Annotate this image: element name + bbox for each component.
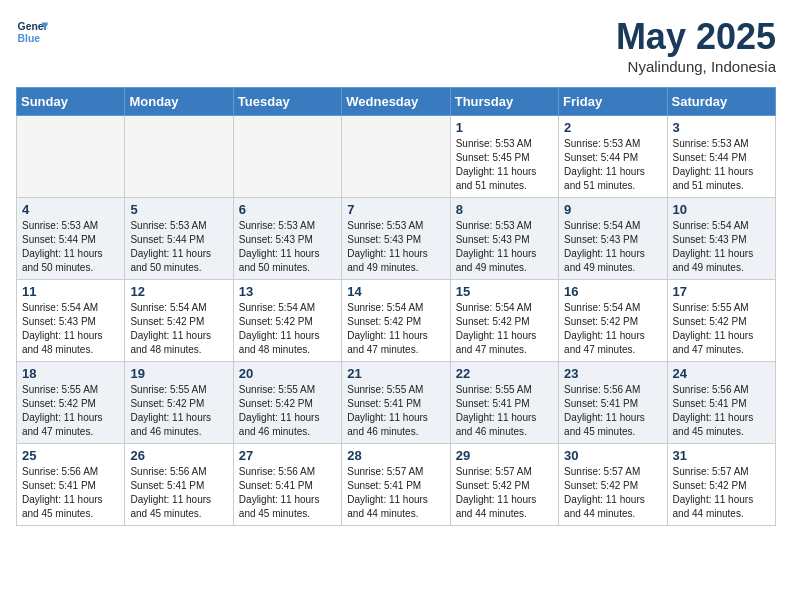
day-info: Sunrise: 5:53 AM Sunset: 5:45 PM Dayligh… (456, 137, 553, 193)
day-number: 15 (456, 284, 553, 299)
day-info: Sunrise: 5:57 AM Sunset: 5:42 PM Dayligh… (673, 465, 770, 521)
day-info: Sunrise: 5:55 AM Sunset: 5:42 PM Dayligh… (239, 383, 336, 439)
day-info: Sunrise: 5:53 AM Sunset: 5:44 PM Dayligh… (22, 219, 119, 275)
calendar-cell: 22Sunrise: 5:55 AM Sunset: 5:41 PM Dayli… (450, 362, 558, 444)
day-info: Sunrise: 5:53 AM Sunset: 5:43 PM Dayligh… (456, 219, 553, 275)
page-header: General Blue May 2025 Nyalindung, Indone… (16, 16, 776, 75)
calendar-cell: 12Sunrise: 5:54 AM Sunset: 5:42 PM Dayli… (125, 280, 233, 362)
day-info: Sunrise: 5:55 AM Sunset: 5:41 PM Dayligh… (347, 383, 444, 439)
day-info: Sunrise: 5:56 AM Sunset: 5:41 PM Dayligh… (564, 383, 661, 439)
calendar-week-1: 1Sunrise: 5:53 AM Sunset: 5:45 PM Daylig… (17, 116, 776, 198)
day-number: 31 (673, 448, 770, 463)
day-number: 13 (239, 284, 336, 299)
calendar-cell: 27Sunrise: 5:56 AM Sunset: 5:41 PM Dayli… (233, 444, 341, 526)
calendar-cell: 17Sunrise: 5:55 AM Sunset: 5:42 PM Dayli… (667, 280, 775, 362)
day-info: Sunrise: 5:55 AM Sunset: 5:42 PM Dayligh… (130, 383, 227, 439)
calendar-week-4: 18Sunrise: 5:55 AM Sunset: 5:42 PM Dayli… (17, 362, 776, 444)
day-number: 29 (456, 448, 553, 463)
weekday-header-saturday: Saturday (667, 88, 775, 116)
day-number: 12 (130, 284, 227, 299)
day-number: 27 (239, 448, 336, 463)
day-number: 28 (347, 448, 444, 463)
day-number: 14 (347, 284, 444, 299)
calendar-cell: 6Sunrise: 5:53 AM Sunset: 5:43 PM Daylig… (233, 198, 341, 280)
calendar-cell: 15Sunrise: 5:54 AM Sunset: 5:42 PM Dayli… (450, 280, 558, 362)
day-number: 23 (564, 366, 661, 381)
calendar-cell: 7Sunrise: 5:53 AM Sunset: 5:43 PM Daylig… (342, 198, 450, 280)
day-number: 21 (347, 366, 444, 381)
day-number: 11 (22, 284, 119, 299)
calendar-cell: 5Sunrise: 5:53 AM Sunset: 5:44 PM Daylig… (125, 198, 233, 280)
calendar-cell: 20Sunrise: 5:55 AM Sunset: 5:42 PM Dayli… (233, 362, 341, 444)
calendar-cell: 9Sunrise: 5:54 AM Sunset: 5:43 PM Daylig… (559, 198, 667, 280)
day-info: Sunrise: 5:54 AM Sunset: 5:42 PM Dayligh… (239, 301, 336, 357)
day-info: Sunrise: 5:55 AM Sunset: 5:42 PM Dayligh… (22, 383, 119, 439)
day-info: Sunrise: 5:54 AM Sunset: 5:42 PM Dayligh… (564, 301, 661, 357)
day-number: 9 (564, 202, 661, 217)
calendar-cell: 8Sunrise: 5:53 AM Sunset: 5:43 PM Daylig… (450, 198, 558, 280)
day-number: 7 (347, 202, 444, 217)
calendar-cell: 13Sunrise: 5:54 AM Sunset: 5:42 PM Dayli… (233, 280, 341, 362)
weekday-header-monday: Monday (125, 88, 233, 116)
calendar-cell: 24Sunrise: 5:56 AM Sunset: 5:41 PM Dayli… (667, 362, 775, 444)
logo: General Blue (16, 16, 48, 48)
calendar-week-5: 25Sunrise: 5:56 AM Sunset: 5:41 PM Dayli… (17, 444, 776, 526)
day-info: Sunrise: 5:53 AM Sunset: 5:44 PM Dayligh… (130, 219, 227, 275)
day-info: Sunrise: 5:54 AM Sunset: 5:42 PM Dayligh… (130, 301, 227, 357)
day-number: 8 (456, 202, 553, 217)
calendar-cell: 25Sunrise: 5:56 AM Sunset: 5:41 PM Dayli… (17, 444, 125, 526)
day-number: 16 (564, 284, 661, 299)
day-number: 26 (130, 448, 227, 463)
logo-icon: General Blue (16, 16, 48, 48)
calendar-cell: 1Sunrise: 5:53 AM Sunset: 5:45 PM Daylig… (450, 116, 558, 198)
calendar-cell: 19Sunrise: 5:55 AM Sunset: 5:42 PM Dayli… (125, 362, 233, 444)
day-number: 20 (239, 366, 336, 381)
calendar-cell: 14Sunrise: 5:54 AM Sunset: 5:42 PM Dayli… (342, 280, 450, 362)
calendar-cell: 3Sunrise: 5:53 AM Sunset: 5:44 PM Daylig… (667, 116, 775, 198)
day-number: 1 (456, 120, 553, 135)
day-info: Sunrise: 5:57 AM Sunset: 5:41 PM Dayligh… (347, 465, 444, 521)
day-number: 10 (673, 202, 770, 217)
calendar-cell: 23Sunrise: 5:56 AM Sunset: 5:41 PM Dayli… (559, 362, 667, 444)
day-number: 6 (239, 202, 336, 217)
calendar-cell (17, 116, 125, 198)
weekday-header-thursday: Thursday (450, 88, 558, 116)
calendar-week-2: 4Sunrise: 5:53 AM Sunset: 5:44 PM Daylig… (17, 198, 776, 280)
day-info: Sunrise: 5:53 AM Sunset: 5:44 PM Dayligh… (673, 137, 770, 193)
title-block: May 2025 Nyalindung, Indonesia (616, 16, 776, 75)
calendar-cell: 10Sunrise: 5:54 AM Sunset: 5:43 PM Dayli… (667, 198, 775, 280)
day-number: 17 (673, 284, 770, 299)
calendar-table: SundayMondayTuesdayWednesdayThursdayFrid… (16, 87, 776, 526)
weekday-header-sunday: Sunday (17, 88, 125, 116)
day-info: Sunrise: 5:56 AM Sunset: 5:41 PM Dayligh… (130, 465, 227, 521)
day-number: 2 (564, 120, 661, 135)
day-info: Sunrise: 5:54 AM Sunset: 5:43 PM Dayligh… (564, 219, 661, 275)
day-info: Sunrise: 5:55 AM Sunset: 5:41 PM Dayligh… (456, 383, 553, 439)
day-info: Sunrise: 5:54 AM Sunset: 5:42 PM Dayligh… (456, 301, 553, 357)
day-info: Sunrise: 5:55 AM Sunset: 5:42 PM Dayligh… (673, 301, 770, 357)
calendar-cell: 18Sunrise: 5:55 AM Sunset: 5:42 PM Dayli… (17, 362, 125, 444)
day-number: 18 (22, 366, 119, 381)
calendar-cell: 26Sunrise: 5:56 AM Sunset: 5:41 PM Dayli… (125, 444, 233, 526)
calendar-week-3: 11Sunrise: 5:54 AM Sunset: 5:43 PM Dayli… (17, 280, 776, 362)
day-number: 5 (130, 202, 227, 217)
calendar-cell: 21Sunrise: 5:55 AM Sunset: 5:41 PM Dayli… (342, 362, 450, 444)
calendar-cell: 30Sunrise: 5:57 AM Sunset: 5:42 PM Dayli… (559, 444, 667, 526)
weekday-header-wednesday: Wednesday (342, 88, 450, 116)
calendar-cell: 31Sunrise: 5:57 AM Sunset: 5:42 PM Dayli… (667, 444, 775, 526)
calendar-cell: 28Sunrise: 5:57 AM Sunset: 5:41 PM Dayli… (342, 444, 450, 526)
day-info: Sunrise: 5:53 AM Sunset: 5:43 PM Dayligh… (347, 219, 444, 275)
day-number: 3 (673, 120, 770, 135)
day-number: 22 (456, 366, 553, 381)
day-info: Sunrise: 5:56 AM Sunset: 5:41 PM Dayligh… (239, 465, 336, 521)
weekday-header-tuesday: Tuesday (233, 88, 341, 116)
day-info: Sunrise: 5:54 AM Sunset: 5:42 PM Dayligh… (347, 301, 444, 357)
day-info: Sunrise: 5:54 AM Sunset: 5:43 PM Dayligh… (673, 219, 770, 275)
calendar-cell: 29Sunrise: 5:57 AM Sunset: 5:42 PM Dayli… (450, 444, 558, 526)
calendar-cell: 4Sunrise: 5:53 AM Sunset: 5:44 PM Daylig… (17, 198, 125, 280)
day-info: Sunrise: 5:54 AM Sunset: 5:43 PM Dayligh… (22, 301, 119, 357)
calendar-cell: 16Sunrise: 5:54 AM Sunset: 5:42 PM Dayli… (559, 280, 667, 362)
weekday-header-row: SundayMondayTuesdayWednesdayThursdayFrid… (17, 88, 776, 116)
day-number: 19 (130, 366, 227, 381)
calendar-cell: 11Sunrise: 5:54 AM Sunset: 5:43 PM Dayli… (17, 280, 125, 362)
